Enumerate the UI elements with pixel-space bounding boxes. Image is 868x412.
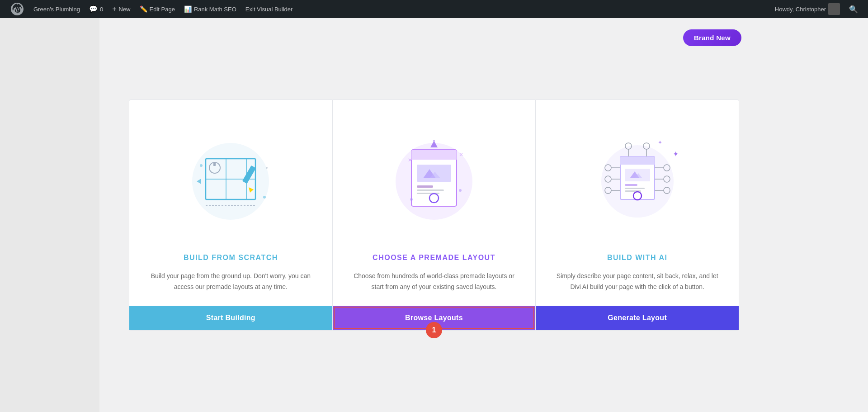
plus-icon: +: [112, 5, 116, 13]
generate-layout-button[interactable]: Generate Layout: [536, 306, 739, 330]
card-premade-layout: ✕ ✕ CHOOSE A PREMADE LAYOUT Choose from …: [333, 99, 536, 331]
svg-rect-17: [411, 155, 457, 160]
svg-text:✦: ✦: [673, 150, 679, 158]
rank-math-icon: 📊: [184, 5, 192, 13]
svg-point-27: [410, 198, 413, 201]
svg-rect-34: [620, 161, 655, 165]
svg-rect-39: [625, 188, 645, 189]
main-content: Brand New: [0, 18, 868, 412]
new-link[interactable]: + New: [108, 0, 135, 18]
cards-container: BUILD FROM SCRATCH Build your page from …: [129, 99, 739, 331]
start-building-button[interactable]: Start Building: [129, 306, 332, 330]
svg-text:✕: ✕: [459, 152, 463, 158]
svg-rect-8: [213, 162, 216, 166]
svg-point-0: [192, 143, 269, 220]
brand-new-badge: Brand New: [683, 29, 741, 46]
card-footer-scratch: Start Building: [129, 292, 332, 330]
comment-icon: 💬: [89, 5, 98, 13]
edit-page-label: Edit Page: [150, 6, 175, 13]
svg-text:✦: ✦: [658, 139, 662, 146]
card-illustration-premade: ✕ ✕: [333, 100, 536, 254]
svg-rect-21: [417, 185, 433, 188]
edit-icon: ✏️: [140, 5, 147, 13]
browse-layouts-wrapper: Browse Layouts 1: [333, 306, 536, 330]
brand-new-label: Brand New: [694, 34, 731, 42]
left-panel: [0, 18, 99, 412]
admin-bar: Green's Plumbing 💬 0 + New ✏️ Edit Page …: [0, 0, 868, 18]
edit-page-link[interactable]: ✏️ Edit Page: [135, 0, 179, 18]
svg-point-28: [459, 189, 462, 192]
premade-illustration: ✕ ✕: [384, 125, 484, 229]
exit-builder-label: Exit Visual Builder: [245, 6, 293, 13]
comments-count: 0: [100, 6, 103, 13]
rank-math-link[interactable]: 📊 Rank Math SEO: [179, 0, 241, 18]
card-illustration-scratch: [129, 100, 332, 254]
user-link[interactable]: Howdy, Christopher: [770, 0, 844, 18]
card-desc-premade: Choose from hundreds of world-class prem…: [333, 271, 536, 293]
user-avatar: [828, 3, 840, 15]
comments-link[interactable]: 💬 0: [85, 0, 108, 18]
site-name: Green's Plumbing: [33, 6, 80, 13]
card-title-premade: CHOOSE A PREMADE LAYOUT: [359, 254, 509, 271]
ai-illustration: ✦ ✦: [583, 123, 692, 231]
badge-number-1: 1: [426, 322, 442, 338]
search-link[interactable]: 🔍: [844, 0, 863, 18]
wp-logo-link[interactable]: [5, 0, 29, 18]
wp-logo-icon: [10, 2, 24, 16]
svg-point-11: [266, 167, 268, 169]
svg-point-30: [433, 140, 435, 142]
card-illustration-ai: ✦ ✦: [536, 100, 739, 254]
card-footer-ai: Generate Layout: [536, 292, 739, 330]
admin-bar-right: Howdy, Christopher 🔍: [770, 0, 863, 18]
svg-rect-22: [417, 189, 444, 191]
card-title-ai: BUILD WITH AI: [594, 254, 681, 271]
svg-text:✕: ✕: [408, 157, 412, 163]
site-name-link[interactable]: Green's Plumbing: [29, 0, 85, 18]
card-footer-premade: Browse Layouts 1: [333, 292, 536, 330]
exit-builder-link[interactable]: Exit Visual Builder: [241, 0, 297, 18]
user-label: Howdy, Christopher: [775, 6, 826, 13]
scratch-illustration: [176, 123, 285, 231]
svg-rect-38: [625, 184, 637, 186]
new-label: New: [119, 6, 131, 13]
search-icon: 🔍: [849, 5, 858, 14]
card-desc-scratch: Build your page from the ground up. Don'…: [129, 271, 332, 293]
svg-point-9: [200, 164, 203, 167]
card-title-scratch: BUILD FROM SCRATCH: [170, 254, 292, 271]
svg-point-10: [263, 196, 266, 199]
rank-math-label: Rank Math SEO: [194, 6, 236, 13]
card-desc-ai: Simply describe your page content, sit b…: [536, 271, 739, 293]
card-build-from-scratch: BUILD FROM SCRATCH Build your page from …: [129, 99, 333, 331]
card-build-with-ai: ✦ ✦ BUILD WITH AI Simply describe your p…: [535, 99, 739, 331]
